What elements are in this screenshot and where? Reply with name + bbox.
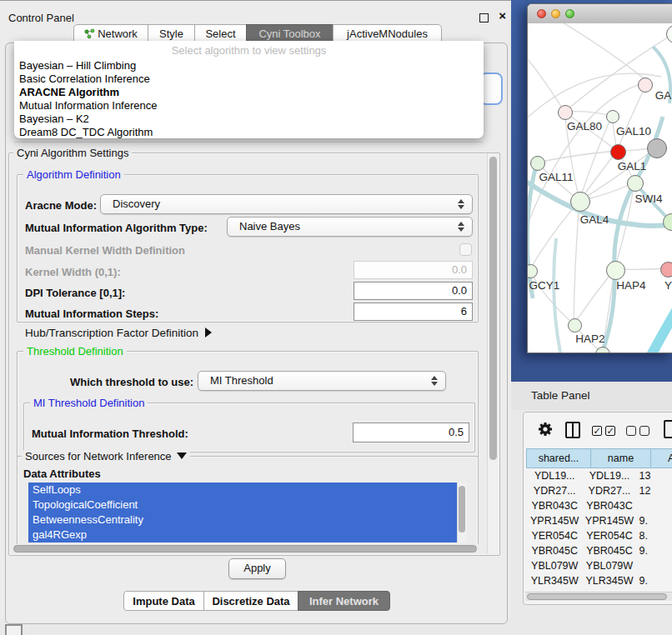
sources-toggle[interactable]: Sources for Network Inference — [22, 450, 190, 462]
table-row[interactable]: YDR27...YDR27...12 — [526, 483, 672, 498]
hub-definition-toggle[interactable]: Hub/Transcription Factor Definition — [25, 327, 212, 339]
node-swi4[interactable] — [627, 175, 644, 192]
mi-threshold-field[interactable]: 0.5 — [353, 422, 469, 442]
checked-box-icon[interactable]: ✓ — [592, 426, 602, 436]
scrollbar-thumb[interactable] — [527, 593, 667, 600]
scrollbar-thumb[interactable] — [459, 486, 465, 532]
table-row[interactable]: YBL079WYBL079W — [526, 558, 672, 573]
tab-cyni-toolbox[interactable]: Cyni Toolbox — [246, 24, 333, 42]
attribute-list-item[interactable]: SelfLoops — [28, 482, 457, 498]
kernel-width-field[interactable]: 0.0 — [354, 261, 473, 279]
network-node-label: GCY1 — [529, 279, 560, 292]
network-node-label: GAL11 — [539, 171, 573, 183]
network-node-label: GAL1 — [618, 160, 647, 172]
node-pink-upper[interactable] — [558, 105, 573, 120]
table-row[interactable]: YER054CYER054C8. — [526, 528, 672, 543]
table-cell: 9. — [636, 573, 672, 588]
node-hap2[interactable] — [568, 318, 582, 332]
manual-kernel-checkbox[interactable] — [459, 243, 472, 256]
minimized-panel-icon[interactable] — [5, 624, 23, 635]
node-salmon[interactable] — [660, 262, 672, 278]
tab-infer-network[interactable]: Infer Network — [298, 591, 390, 611]
table-cell: YBR043C — [583, 498, 635, 513]
aracne-mode-combobox[interactable]: Discovery — [100, 194, 473, 214]
network-node-label: SWI4 — [634, 192, 662, 205]
close-icon[interactable]: × — [499, 8, 506, 22]
table-cell — [636, 498, 672, 513]
stepper-icon — [431, 376, 438, 386]
network-node-label: YM — [664, 279, 672, 292]
group-title: MI Threshold Definition — [30, 397, 148, 409]
table-row[interactable]: YDL19...YDL19...13 — [526, 468, 672, 483]
mi-steps-field[interactable]: 6 — [354, 302, 473, 321]
aracne-mode-label: Aracne Mode: — [25, 199, 97, 212]
table-row[interactable]: YLR345WYLR345W9. — [526, 573, 672, 588]
attribute-list-item[interactable]: TopologicalCoefficient — [28, 498, 457, 512]
which-threshold-combobox[interactable]: MI Threshold — [198, 371, 446, 391]
attribute-list-item[interactable]: BetweennessCentrality — [28, 512, 457, 528]
attribute-list-item[interactable]: gal4RGexp — [28, 528, 457, 542]
tab-style[interactable]: Style — [148, 24, 195, 42]
table-panel-header: Table Panel — [511, 382, 672, 411]
node-gal10[interactable] — [606, 110, 619, 123]
table-row[interactable]: YBR045CYBR045C9. — [526, 543, 672, 558]
node-gal1-red[interactable] — [610, 144, 626, 160]
algorithm-option[interactable]: Dream8 DC_TDC Algorithm — [14, 126, 484, 139]
settings-vertical-scrollbar[interactable] — [487, 153, 499, 553]
close-traffic-light[interactable] — [537, 9, 546, 18]
node-hap4[interactable] — [606, 261, 625, 280]
tab-impute-data[interactable]: Impute Data — [123, 591, 204, 611]
checked-box-icon[interactable]: ✓ — [605, 426, 615, 436]
kernel-width-label: Kernel Width (0,1): — [25, 266, 121, 278]
data-attributes-label: Data Attributes — [23, 468, 101, 480]
network-window-titlebar[interactable] — [528, 4, 672, 24]
algorithm-option[interactable]: Basic Correlation Inference — [14, 72, 484, 86]
apply-button[interactable]: Apply — [228, 558, 286, 579]
mi-threshold-label: Mutual Information Threshold: — [32, 428, 188, 440]
tab-select[interactable]: Select — [194, 24, 247, 42]
table-cell: YBL079W — [526, 558, 583, 573]
scrollbar-thumb[interactable] — [489, 157, 497, 460]
data-attributes-list[interactable]: SelfLoopsTopologicalCoefficientBetweenne… — [28, 482, 457, 542]
stepper-icon — [458, 222, 464, 232]
document-icon[interactable] — [664, 420, 672, 438]
column-header-shared-name[interactable]: shared... — [526, 448, 591, 468]
table-cell: YPR145W — [583, 513, 635, 528]
node-gal11[interactable] — [530, 156, 545, 171]
table-row[interactable]: YBR043CYBR043C — [526, 498, 672, 513]
table-cell: YLR345W — [526, 573, 583, 588]
unchecked-box-icon[interactable] — [639, 426, 649, 436]
tab-jactivemnodules[interactable]: jActiveMNodules — [333, 24, 442, 42]
tab-label: Impute Data — [133, 595, 194, 608]
column-header-name[interactable]: name — [590, 448, 651, 468]
dpi-tolerance-field[interactable]: 0.0 — [354, 282, 473, 300]
tab-discretize-data[interactable]: Discretize Data — [203, 591, 298, 611]
table-cell: YBR045C — [583, 543, 635, 558]
dpi-tolerance-label: DPI Tolerance [0,1]: — [25, 287, 125, 299]
float-window-icon[interactable] — [479, 13, 489, 22]
list-vertical-scrollbar[interactable] — [457, 482, 467, 542]
group-title: Cyni Algorithm Settings — [13, 147, 132, 159]
network-canvas[interactable]: GAL80GAL10GAL1GAL11SWI4GAL4GCY1HAP4YMHAP… — [528, 23, 672, 352]
unchecked-box-icon[interactable] — [626, 426, 636, 436]
algorithm-option[interactable]: ARACNE Algorithm — [14, 86, 484, 99]
node-gcy1[interactable] — [528, 264, 538, 278]
tab-network[interactable]: Network — [73, 24, 148, 42]
minimize-traffic-light[interactable] — [551, 9, 560, 18]
algorithm-option[interactable]: Bayesian – K2 — [14, 112, 484, 126]
scrollbar-thumb[interactable] — [13, 545, 477, 552]
node-gal4[interactable] — [570, 192, 590, 212]
table-cell: YPR145W — [526, 513, 583, 528]
algorithm-option[interactable]: Bayesian – Hill Climbing — [14, 59, 484, 72]
zoom-traffic-light[interactable] — [565, 9, 574, 18]
column-header-partial[interactable]: A — [650, 448, 672, 468]
gear-icon[interactable] — [537, 421, 554, 441]
table-row[interactable]: YPR145WYPR145W9. — [526, 513, 672, 528]
split-columns-icon[interactable] — [565, 422, 580, 438]
node-pink-top[interactable] — [638, 78, 653, 92]
settings-horizontal-scrollbar[interactable] — [10, 544, 485, 554]
node-gray[interactable] — [647, 138, 667, 158]
table-horizontal-scrollbar[interactable] — [525, 592, 672, 601]
mi-type-combobox[interactable]: Naive Bayes — [227, 217, 473, 237]
algorithm-option[interactable]: Mutual Information Inference — [14, 99, 484, 112]
